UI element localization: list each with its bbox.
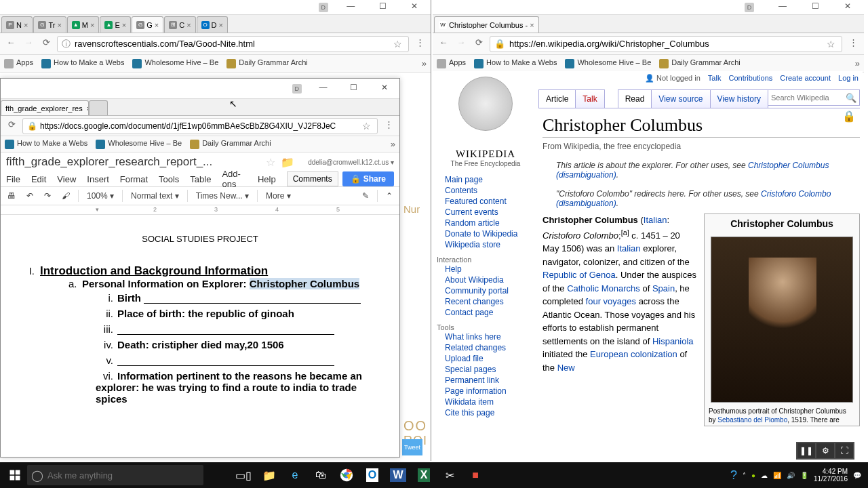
- menu-help[interactable]: Help: [258, 174, 276, 184]
- app-button[interactable]: ■: [462, 464, 488, 486]
- nav-link[interactable]: What links here: [437, 331, 534, 342]
- menu-button[interactable]: ⋮: [846, 37, 860, 51]
- user-email[interactable]: ddelia@cromwell.k12.ct.us ▾: [308, 159, 394, 166]
- protection-lock-icon[interactable]: 🔒: [842, 110, 856, 123]
- onedrive-icon[interactable]: ☁: [761, 472, 768, 479]
- tab-read[interactable]: Read: [618, 89, 652, 108]
- link[interactable]: Hispaniola: [652, 336, 694, 346]
- bookmark-item[interactable]: Wholesome Hive – Be: [96, 139, 182, 148]
- nav-link[interactable]: Main page: [437, 174, 534, 185]
- bookmark-item[interactable]: Daily Grammar Archi: [659, 58, 740, 68]
- bookmark-item[interactable]: Daily Grammar Archi: [190, 139, 271, 148]
- document-title[interactable]: fifth_grade_explorer_research_report_...: [6, 155, 260, 169]
- back-button[interactable]: ←: [4, 37, 18, 51]
- star-icon[interactable]: ☆: [266, 156, 275, 169]
- close-tab-icon[interactable]: ×: [24, 21, 28, 29]
- comments-button[interactable]: Comments: [287, 171, 338, 186]
- user-link[interactable]: Talk: [708, 74, 722, 82]
- zoom-select[interactable]: 100% ▾: [84, 190, 117, 202]
- bookmark-star-icon[interactable]: ☆: [393, 39, 404, 49]
- close-tab-icon[interactable]: ×: [57, 21, 61, 29]
- nav-link[interactable]: Recent changes: [437, 296, 534, 307]
- search-input[interactable]: [768, 94, 843, 102]
- user-link[interactable]: Create account: [780, 74, 831, 82]
- outlook-button[interactable]: O: [359, 464, 385, 486]
- forward-button[interactable]: →: [22, 37, 35, 51]
- link[interactable]: Catholic Monarchs: [567, 283, 640, 293]
- maximize-button[interactable]: ☐: [344, 83, 363, 95]
- bookmark-item[interactable]: How to Make a Webs: [41, 58, 124, 68]
- ruler-indent-marker[interactable]: ▾: [96, 206, 99, 213]
- browser-tab[interactable]: GTr×: [33, 16, 66, 33]
- tab-view-history[interactable]: View history: [710, 89, 768, 108]
- close-tab-icon[interactable]: ×: [155, 21, 159, 29]
- link[interactable]: Spain: [652, 283, 675, 293]
- nav-link[interactable]: Related changes: [437, 342, 534, 353]
- help-icon[interactable]: ?: [730, 468, 737, 483]
- browser-tab[interactable]: WChristopher Columbus -×: [434, 16, 539, 33]
- browser-tab[interactable]: ▲M×: [67, 16, 100, 33]
- link[interactable]: New: [557, 363, 575, 373]
- nav-link[interactable]: Donate to Wikipedia: [437, 228, 534, 239]
- editing-mode-button[interactable]: ✎: [359, 190, 372, 202]
- task-view-button[interactable]: ▭▯: [231, 464, 256, 486]
- edge-button[interactable]: e: [282, 464, 308, 486]
- link[interactable]: Italian: [617, 243, 641, 253]
- bookmark-star-icon[interactable]: ☆: [362, 121, 373, 131]
- minimize-button[interactable]: —: [314, 83, 332, 95]
- print-button[interactable]: 🖶: [5, 190, 18, 202]
- lock-icon[interactable]: 🔒: [27, 121, 37, 131]
- nav-link[interactable]: Random article: [437, 218, 534, 228]
- menu-addons[interactable]: Add-ons: [222, 169, 246, 189]
- ruler[interactable]: ▾ 2 3 4 5: [1, 205, 399, 215]
- url-input[interactable]: 🔒 https://en.wikipedia.org/wiki/Christop…: [490, 36, 842, 52]
- menu-button[interactable]: ⋮: [382, 119, 395, 133]
- nav-link[interactable]: Wikipedia store: [437, 239, 534, 250]
- nav-link[interactable]: Page information: [437, 386, 534, 396]
- menu-button[interactable]: ⋮: [413, 37, 427, 51]
- menu-edit[interactable]: Edit: [31, 174, 46, 184]
- lock-icon[interactable]: 🔒: [494, 39, 505, 49]
- browser-tab[interactable]: ⊞C×: [164, 16, 195, 33]
- folder-icon[interactable]: 📁: [281, 156, 294, 169]
- bookmarks-overflow[interactable]: »: [391, 139, 395, 149]
- close-tab-icon[interactable]: ×: [90, 21, 94, 29]
- browser-tab[interactable]: PN×: [1, 16, 33, 33]
- footnote[interactable]: [a]: [621, 228, 629, 237]
- browser-tab[interactable]: GG×: [132, 16, 163, 33]
- bookmark-item[interactable]: How to Make a Webs: [5, 139, 87, 148]
- reload-button[interactable]: ⟳: [39, 37, 53, 51]
- link[interactable]: Sebastiano del Piombo: [717, 416, 787, 424]
- reload-button[interactable]: ⟳: [5, 119, 18, 133]
- snipping-button[interactable]: ✂: [437, 464, 462, 486]
- close-button[interactable]: ✕: [838, 1, 857, 14]
- fullscreen-button[interactable]: ⛶: [835, 443, 853, 458]
- close-tab-icon[interactable]: ×: [186, 21, 191, 29]
- forward-button[interactable]: →: [454, 37, 468, 51]
- cortana-search[interactable]: ◯: [27, 465, 203, 485]
- menu-insert[interactable]: Insert: [87, 174, 109, 184]
- nav-link[interactable]: Wikidata item: [437, 396, 534, 407]
- bookmark-star-icon[interactable]: ☆: [827, 39, 837, 49]
- document-canvas[interactable]: SOCIAL STUDIES PROJECT I.Introduction an…: [1, 215, 399, 415]
- close-tab-icon[interactable]: ×: [530, 21, 534, 29]
- url-input[interactable]: 🔒 https://docs.google.com/document/d/1jf…: [22, 118, 378, 134]
- nav-link[interactable]: Special pages: [437, 364, 534, 375]
- nav-link[interactable]: Upload file: [437, 353, 534, 364]
- link[interactable]: Italian: [644, 215, 667, 225]
- user-link[interactable]: Log in: [838, 74, 859, 82]
- maximize-button[interactable]: ☐: [806, 1, 825, 14]
- close-button[interactable]: ✕: [406, 1, 424, 14]
- nav-link[interactable]: About Wikipedia: [437, 274, 534, 285]
- excel-button[interactable]: X: [411, 464, 437, 486]
- minimize-button[interactable]: —: [773, 1, 792, 14]
- more-button[interactable]: More ▾: [263, 190, 294, 202]
- cortana-input[interactable]: [47, 470, 183, 481]
- nav-link[interactable]: Current events: [437, 207, 534, 218]
- browser-tab[interactable]: ▲E×: [100, 16, 131, 33]
- tab-article[interactable]: Article: [538, 89, 576, 108]
- status-dot-icon[interactable]: ●: [751, 472, 755, 479]
- link[interactable]: European colonization: [590, 349, 677, 359]
- menu-view[interactable]: View: [57, 174, 76, 184]
- font-select[interactable]: Times New... ▾: [193, 190, 252, 202]
